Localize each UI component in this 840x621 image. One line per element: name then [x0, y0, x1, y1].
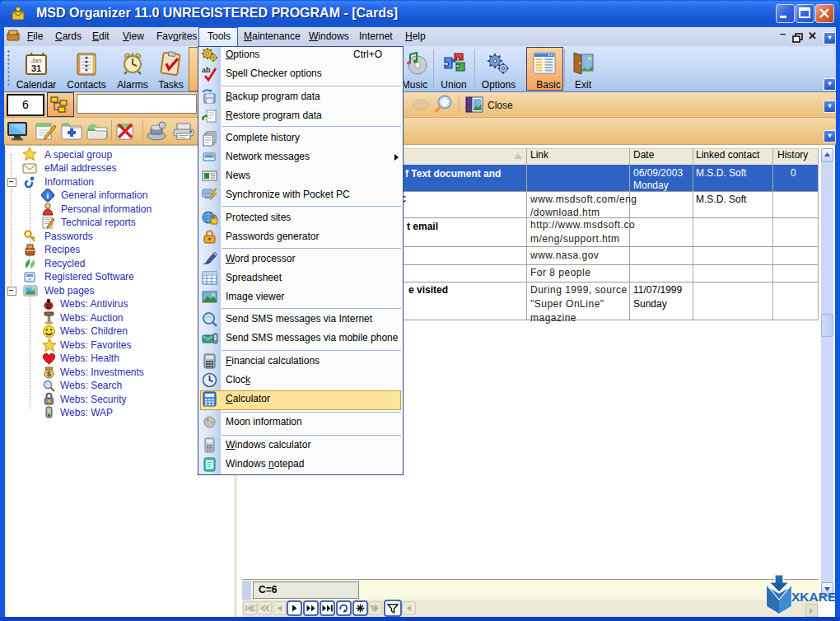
svg-text:XKARE: XKARE [791, 590, 836, 604]
svg-text:31: 31 [31, 63, 41, 73]
svg-text:i: i [47, 191, 49, 200]
svg-text:$: $ [47, 370, 51, 378]
svg-text:ab: ab [202, 66, 211, 74]
